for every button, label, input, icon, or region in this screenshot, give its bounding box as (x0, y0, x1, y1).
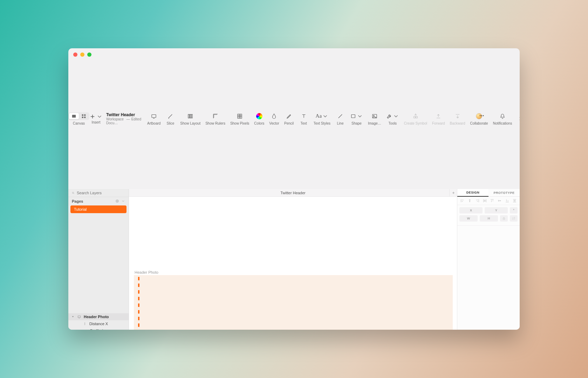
colors-tool[interactable]: Colors (252, 48, 267, 189)
view-switcher-label: Canvas (73, 121, 85, 125)
line-icon (337, 113, 343, 119)
add-canvas-tab-button[interactable] (449, 189, 457, 197)
artboard-icon (151, 113, 157, 119)
layer-distance-x[interactable]: Distance X (68, 320, 129, 327)
send-backward-icon (454, 113, 461, 119)
tools-dropdown[interactable]: Tools (384, 48, 402, 189)
text-styles-icon: Aa (316, 113, 322, 119)
search-layers-field[interactable] (68, 189, 129, 197)
svg-rect-17 (503, 218, 505, 220)
insert-tool[interactable]: Insert (89, 48, 103, 189)
h-field[interactable]: H (480, 215, 498, 222)
image-icon (371, 113, 378, 119)
image-tool[interactable]: Image… (365, 48, 384, 189)
layer-label: Distance X (89, 322, 108, 326)
svg-rect-1 (82, 114, 83, 115)
svg-rect-15 (78, 316, 81, 318)
svg-rect-4 (84, 117, 86, 118)
pixels-icon (237, 113, 243, 119)
svg-rect-6 (188, 114, 189, 118)
x-field[interactable]: X (459, 207, 483, 214)
center-tools: Artboard Slice Show Layout Show Rulers S… (145, 48, 520, 189)
search-icon (72, 191, 75, 195)
slice-tool[interactable]: Slice (163, 48, 178, 189)
svg-rect-2 (84, 114, 86, 115)
pencil-tool[interactable]: Pencil (282, 48, 296, 189)
wrench-icon (386, 113, 392, 119)
svg-point-13 (72, 192, 74, 193)
pages-section-header: Pages (68, 197, 129, 205)
distribute-v-button[interactable] (512, 198, 517, 204)
artboard-label[interactable]: Header Photo (135, 270, 158, 274)
app-window: Canvas Insert Twitter Header Workspace D… (68, 48, 520, 330)
text-styles-tool[interactable]: AaText Styles (311, 48, 333, 189)
canvas[interactable]: Header Photo Profile Image 400×200px (129, 197, 457, 330)
chevron-down-icon (357, 113, 363, 119)
show-pixels-tool[interactable]: Show Pixels (228, 48, 252, 189)
svg-rect-9 (238, 114, 242, 118)
svg-rect-10 (351, 114, 355, 118)
components-view-button[interactable] (79, 113, 89, 119)
chevron-double-right-icon (518, 116, 520, 121)
line-tool[interactable]: Line (333, 48, 348, 189)
folder-icon (83, 329, 88, 330)
lock-aspect-button[interactable] (500, 215, 508, 222)
layers-panel: Header Photo Distance X Profile Image Ba… (68, 215, 129, 330)
plus-icon (89, 113, 96, 120)
right-tools: Forward Backward •••Collaborate Notifica… (430, 48, 520, 189)
show-rulers-tool[interactable]: Show Rulers (203, 48, 228, 189)
shape-rect-icon (350, 113, 356, 119)
canvas-tab[interactable]: Twitter Header (280, 191, 306, 195)
pages-collapse-button[interactable] (121, 199, 125, 204)
create-symbol-icon (412, 113, 419, 119)
vector-tool[interactable]: Vector (267, 48, 281, 189)
notifications-tool[interactable]: Notifications (491, 48, 514, 189)
artboard-tool[interactable]: Artboard (145, 48, 163, 189)
insert-label: Insert (91, 120, 100, 124)
zoom-window-button[interactable] (87, 52, 91, 57)
align-top-button[interactable] (490, 198, 495, 204)
create-symbol-tool: Create Symbol (402, 48, 430, 189)
svg-rect-5 (152, 114, 156, 117)
close-window-button[interactable] (73, 52, 77, 57)
more-dots-icon: ••• (480, 114, 485, 118)
align-bottom-button[interactable] (504, 198, 510, 204)
rotation-field[interactable]: ° (510, 207, 518, 214)
tab-prototype[interactable]: PROTOTYPE (488, 189, 520, 196)
view-switcher-group: Canvas (68, 48, 89, 189)
left-sidebar: Pages Tutorial Header Photo Distance X (68, 189, 129, 330)
align-left-button[interactable] (460, 198, 465, 204)
minimize-window-button[interactable] (80, 52, 84, 57)
disclosure-open-icon (71, 315, 74, 318)
layer-profile-image[interactable]: Profile Image (68, 327, 129, 330)
add-page-button[interactable] (115, 199, 119, 204)
flip-icon (512, 217, 515, 220)
align-hcenter-button[interactable] (467, 198, 473, 204)
text-t-icon (301, 113, 307, 119)
document-title-block: Twitter Header Workspace Docu… — Edited (103, 48, 145, 189)
shape-tool[interactable]: Shape (348, 48, 365, 189)
y-field[interactable]: Y (485, 207, 508, 214)
search-input[interactable] (77, 191, 125, 195)
page-item-tutorial[interactable]: Tutorial (70, 205, 127, 213)
distribute-h-button[interactable] (482, 198, 487, 204)
distance-x-guide[interactable] (138, 277, 139, 330)
backward-tool: Backward (447, 48, 468, 189)
inspector-tabs: DESIGN PROTOTYPE (457, 189, 520, 197)
toolbar-overflow-button[interactable] (514, 48, 520, 189)
align-right-button[interactable] (474, 198, 480, 204)
artboard-header-photo[interactable]: Profile Image 400×200px (134, 275, 453, 330)
collaborate-tool[interactable]: •••Collaborate (468, 48, 491, 189)
page-item-label: Tutorial (74, 207, 87, 211)
canvas-view-button[interactable] (69, 113, 79, 119)
w-field[interactable]: W (459, 215, 478, 222)
layer-header-photo[interactable]: Header Photo (68, 313, 129, 320)
pages-label: Pages (72, 199, 83, 203)
text-tool[interactable]: Text (296, 48, 311, 189)
flip-button[interactable] (510, 215, 518, 222)
show-layout-tool[interactable]: Show Layout (178, 48, 203, 189)
tab-design[interactable]: DESIGN (457, 189, 488, 197)
chevron-down-icon (393, 113, 399, 119)
svg-rect-7 (190, 114, 191, 118)
align-vcenter-button[interactable] (497, 198, 502, 204)
